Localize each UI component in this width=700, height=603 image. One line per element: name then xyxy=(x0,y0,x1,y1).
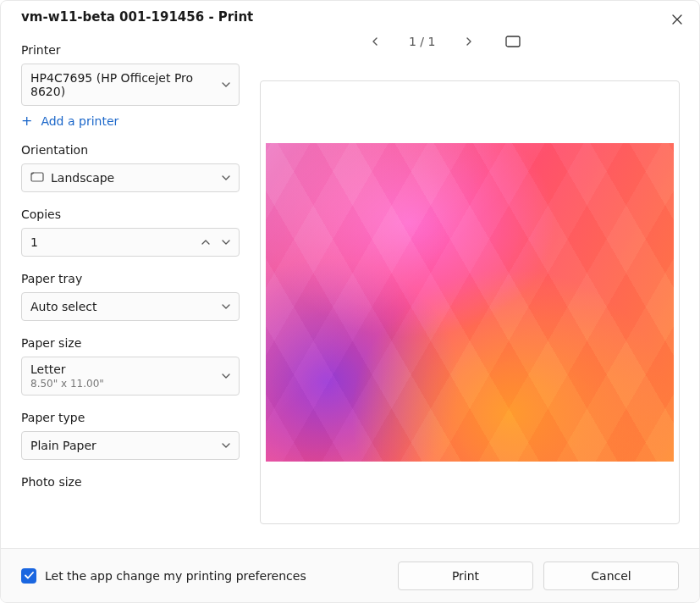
chevron-down-icon xyxy=(222,373,230,379)
checkbox-checked-icon xyxy=(21,568,36,584)
copies-increment-button[interactable] xyxy=(201,240,210,245)
printer-label: Printer xyxy=(21,43,240,57)
plus-icon: + xyxy=(21,114,32,128)
photo-size-label: Photo size xyxy=(21,475,240,489)
paper-tray-select[interactable]: Auto select xyxy=(21,292,240,321)
paper-type-select[interactable]: Plain Paper xyxy=(21,431,240,460)
copies-decrement-button[interactable] xyxy=(222,240,230,245)
orientation-label: Orientation xyxy=(21,143,240,157)
preferences-checkbox-label: Let the app change my printing preferenc… xyxy=(45,569,306,583)
printer-value: HP4C7695 (HP Officejet Pro 8620) xyxy=(30,71,222,98)
paper-size-value: Letter xyxy=(30,362,104,376)
copies-spinner[interactable]: 1 xyxy=(21,228,240,257)
paper-size-label: Paper size xyxy=(21,336,240,350)
paper-size-select[interactable]: Letter 8.50" x 11.00" xyxy=(21,357,240,396)
add-printer-link[interactable]: + Add a printer xyxy=(21,114,240,128)
chevron-down-icon xyxy=(222,82,230,87)
preview-image xyxy=(266,143,674,462)
cancel-button[interactable]: Cancel xyxy=(543,562,679,590)
copies-label: Copies xyxy=(21,207,240,221)
preferences-checkbox-row[interactable]: Let the app change my printing preferenc… xyxy=(21,568,306,584)
chevron-down-icon xyxy=(222,175,230,180)
fit-to-page-button[interactable] xyxy=(503,31,523,52)
orientation-value: Landscape xyxy=(51,171,114,185)
print-button[interactable]: Print xyxy=(398,562,533,590)
paper-tray-value: Auto select xyxy=(30,300,97,313)
prev-page-button[interactable] xyxy=(365,31,385,52)
print-preview xyxy=(260,80,680,524)
window-title: vm-w11-beta 001-191456 - Print xyxy=(21,9,253,25)
svg-rect-1 xyxy=(31,173,43,181)
close-button[interactable] xyxy=(665,8,689,31)
paper-size-dimensions: 8.50" x 11.00" xyxy=(30,378,104,390)
paper-type-label: Paper type xyxy=(21,411,240,424)
paper-type-value: Plain Paper xyxy=(30,439,96,452)
next-page-button[interactable] xyxy=(459,31,479,52)
chevron-down-icon xyxy=(222,443,230,448)
landscape-icon xyxy=(30,171,44,185)
chevron-down-icon xyxy=(222,304,230,309)
printer-select[interactable]: HP4C7695 (HP Officejet Pro 8620) xyxy=(21,64,240,106)
svg-rect-0 xyxy=(506,36,520,47)
orientation-select[interactable]: Landscape xyxy=(21,163,240,192)
copies-value: 1 xyxy=(30,235,38,249)
page-navigator: 1 / 1 xyxy=(365,31,523,52)
add-printer-label: Add a printer xyxy=(41,114,119,128)
page-indicator: 1 / 1 xyxy=(409,35,435,48)
print-settings-panel: Printer HP4C7695 (HP Officejet Pro 8620)… xyxy=(21,43,240,550)
paper-tray-label: Paper tray xyxy=(21,272,240,285)
